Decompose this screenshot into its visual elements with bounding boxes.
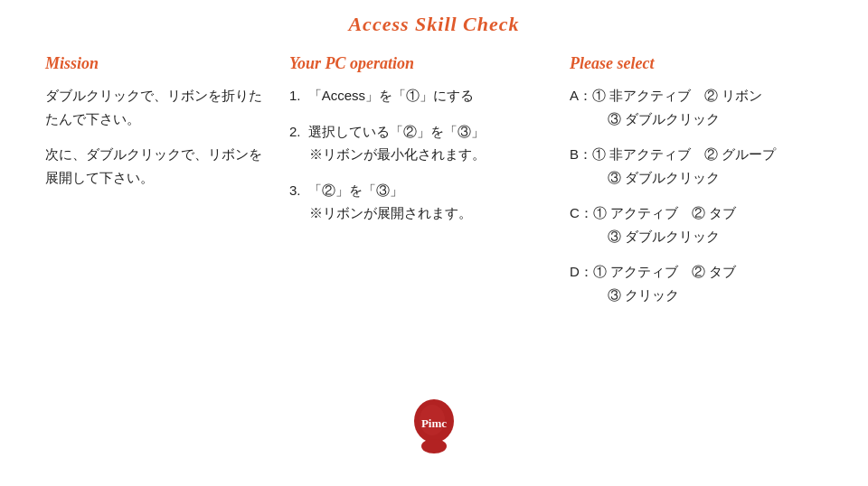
step-3-note: ※リボンが展開されます。 [309,201,552,225]
select-option-d[interactable]: D：① アクティブ ② タブ ③ クリック [570,260,841,306]
step-1-text: 「Access」を「①」にする [308,88,474,103]
step-1-num: 1. [289,88,301,103]
mission-paragraph-2: 次に、ダブルクリックで、リボンを展開して下さい。 [45,143,271,189]
select-option-b-label: B：① 非アクティブ ② グループ [570,146,776,162]
mission-paragraph-1: ダブルクリックで、リボンを折りたたんで下さい。 [45,84,271,130]
select-option-a-label: A：① 非アクティブ ② リボン [570,88,762,103]
select-option-c-label: C：① アクティブ ② タブ [570,205,736,220]
operation-step-2: 2. 選択している「②」を「③」 ※リボンが最小化されます。 [289,120,552,166]
operation-column: Your PC operation 1. 「Access」を「①」にする 2. … [280,54,561,319]
step-2-note: ※リボンが最小化されます。 [309,143,552,166]
operation-header: Your PC operation [289,54,552,73]
step-2-num: 2. [289,124,301,139]
logo-icon: Pimc [405,396,463,459]
select-option-d-label: D：① アクティブ ② タブ [570,264,736,279]
svg-text:Pimc: Pimc [421,416,447,430]
select-option-d-sub: ③ クリック [608,284,841,307]
select-column: Please select A：① 非アクティブ ② リボン ③ ダブルクリック… [561,54,850,319]
select-option-a[interactable]: A：① 非アクティブ ② リボン ③ ダブルクリック [570,84,841,130]
step-3-text: 「②」を「③」 [308,182,403,198]
select-header: Please select [570,54,841,73]
svg-point-2 [421,439,447,453]
select-option-c-sub: ③ ダブルクリック [608,225,841,248]
select-list: A：① 非アクティブ ② リボン ③ ダブルクリック B：① 非アクティブ ② … [570,84,841,306]
mission-column: Mission ダブルクリックで、リボンを折りたたんで下さい。 次に、ダブルクリ… [27,54,280,319]
select-option-b-sub: ③ ダブルクリック [608,166,841,190]
operation-step-3: 3. 「②」を「③」 ※リボンが展開されます。 [289,179,552,225]
select-option-b[interactable]: B：① 非アクティブ ② グループ ③ ダブルクリック [570,143,841,189]
page-title: Access Skill Check [0,0,868,45]
operation-list: 1. 「Access」を「①」にする 2. 選択している「②」を「③」 ※リボン… [289,84,552,225]
logo-area: Pimc [405,396,463,459]
select-option-a-sub: ③ ダブルクリック [608,107,841,131]
step-3-num: 3. [289,182,301,198]
operation-step-1: 1. 「Access」を「①」にする [289,84,552,107]
mission-header: Mission [45,54,271,73]
select-option-c[interactable]: C：① アクティブ ② タブ ③ ダブルクリック [570,201,841,248]
step-2-text: 選択している「②」を「③」 [308,124,485,139]
